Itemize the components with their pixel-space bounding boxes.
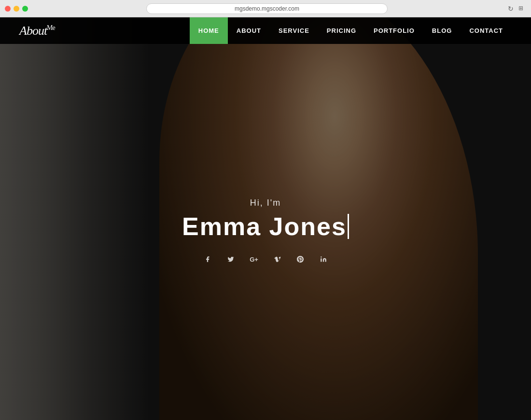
navbar: AboutMe HOME ABOUT SERVICE PRICING PORTF… <box>0 17 531 44</box>
nav-menu: HOME ABOUT SERVICE PRICING PORTFOLIO BLO… <box>190 17 512 44</box>
reload-button[interactable]: ↻ <box>507 5 515 13</box>
nav-item-contact[interactable]: CONTACT <box>461 17 512 44</box>
svg-point-0 <box>321 256 321 257</box>
text-cursor <box>348 214 349 239</box>
website-content: AboutMe HOME ABOUT SERVICE PRICING PORTF… <box>0 17 531 420</box>
browser-chrome: mgsdemo.mgscoder.com ↻ ⊞ <box>0 0 531 17</box>
google-plus-icon[interactable]: G+ <box>247 252 261 266</box>
expand-button[interactable]: ⊞ <box>518 5 526 13</box>
logo-text: About <box>19 24 47 38</box>
address-bar[interactable]: mgsdemo.mgscoder.com <box>146 3 388 14</box>
hero-greeting: Hi, I'm <box>182 198 349 208</box>
logo-suffix: Me <box>47 24 55 31</box>
url-text: mgsdemo.mgscoder.com <box>235 5 299 12</box>
hero-content: Hi, I'm Emma Jones G+ <box>182 198 349 266</box>
hero-section: AboutMe HOME ABOUT SERVICE PRICING PORTF… <box>0 17 531 420</box>
nav-item-portfolio[interactable]: PORTFOLIO <box>365 17 423 44</box>
nav-item-blog[interactable]: BLOG <box>423 17 461 44</box>
facebook-icon[interactable] <box>201 252 214 266</box>
site-logo[interactable]: AboutMe <box>19 24 55 38</box>
social-icons: G+ <box>182 252 349 266</box>
nav-item-pricing[interactable]: PRICING <box>318 17 365 44</box>
nav-item-home[interactable]: HOME <box>190 17 228 44</box>
linkedin-icon[interactable] <box>317 252 330 266</box>
vimeo-icon[interactable] <box>270 252 284 266</box>
nav-item-service[interactable]: SERVICE <box>270 17 318 44</box>
pinterest-icon[interactable] <box>293 252 307 266</box>
close-button[interactable] <box>5 6 11 12</box>
nav-item-about[interactable]: ABOUT <box>228 17 270 44</box>
hero-name: Emma Jones <box>182 212 349 241</box>
twitter-icon[interactable] <box>224 252 238 266</box>
minimize-button[interactable] <box>14 6 19 12</box>
traffic-lights <box>5 6 28 12</box>
fullscreen-button[interactable] <box>22 6 28 12</box>
